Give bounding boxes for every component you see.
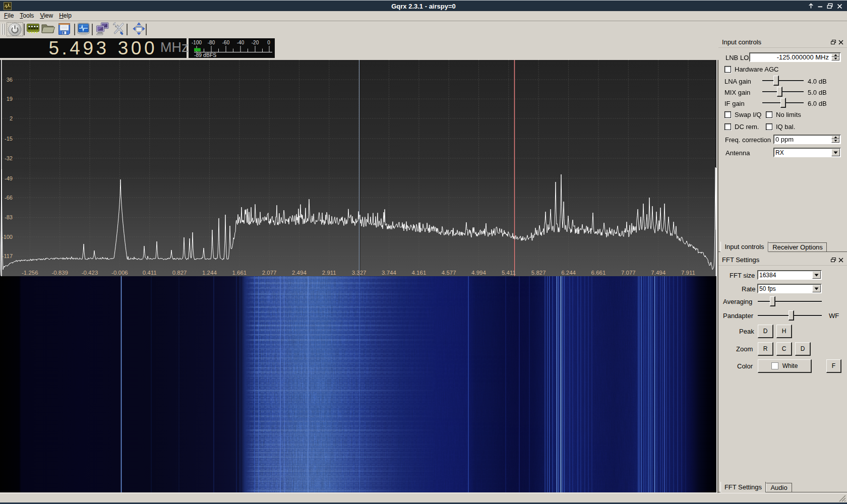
svg-text:4.161: 4.161 [412,270,427,276]
svg-text:19: 19 [7,96,13,102]
svg-text:4.994: 4.994 [471,270,486,276]
svg-text:3.327: 3.327 [352,270,367,276]
svg-text:5.827: 5.827 [531,270,546,276]
svg-text:2.911: 2.911 [322,270,336,276]
svg-text:2.077: 2.077 [262,270,277,276]
svg-text:2.494: 2.494 [292,270,307,276]
svg-text:6.661: 6.661 [591,270,606,276]
svg-text:-0.006: -0.006 [111,270,128,276]
svg-text:7.494: 7.494 [651,270,666,276]
svg-text:7.077: 7.077 [621,270,636,276]
svg-text:0: 0 [267,40,270,45]
svg-text:-60: -60 [222,40,230,45]
svg-text:-100: -100 [2,234,13,240]
svg-text:5.411: 5.411 [502,270,516,276]
svg-text:-66: -66 [5,195,13,201]
svg-text:-32: -32 [5,155,13,161]
svg-text:-1.256: -1.256 [22,270,38,276]
svg-text:-0.423: -0.423 [82,270,98,276]
svg-text:36: 36 [7,77,13,83]
svg-text:-15: -15 [5,136,13,142]
svg-text:3.744: 3.744 [382,270,396,276]
svg-text:0.411: 0.411 [143,270,157,276]
svg-text:-49: -49 [5,175,13,181]
svg-text:2: 2 [10,115,13,121]
svg-text:6.244: 6.244 [561,270,576,276]
svg-text:1.244: 1.244 [202,270,217,276]
svg-text:1.661: 1.661 [232,270,247,276]
svg-text:-80: -80 [208,40,215,45]
svg-text:-0.839: -0.839 [51,270,68,276]
svg-text:0.827: 0.827 [172,270,187,276]
svg-text:-89 dBFS: -89 dBFS [194,52,216,58]
svg-text:-40: -40 [237,40,245,45]
svg-text:7.911: 7.911 [681,270,695,276]
svg-text:-83: -83 [5,214,13,220]
svg-text:-20: -20 [252,40,259,45]
svg-text:-100: -100 [192,40,202,45]
svg-text:4.577: 4.577 [442,270,456,276]
svg-text:-117: -117 [2,253,13,259]
